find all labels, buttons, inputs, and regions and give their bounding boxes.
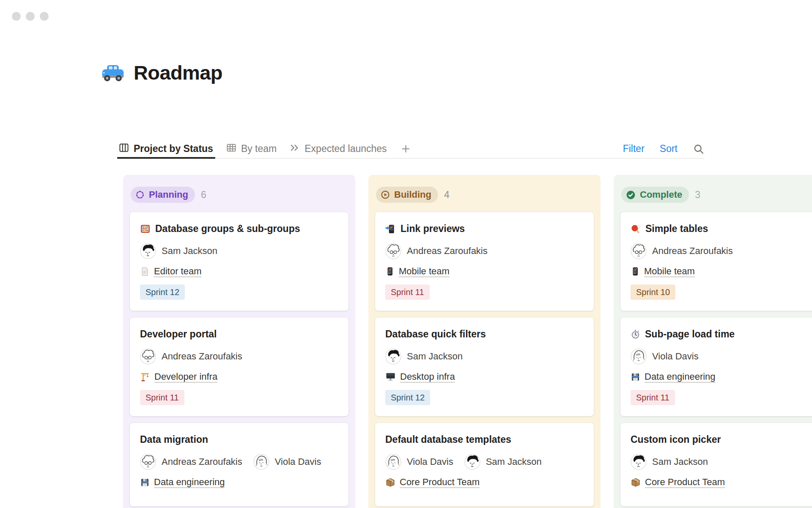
column-header: Building4 [375,187,594,203]
avatar [631,348,647,364]
person-name: Andreas Zaroufakis [162,456,242,467]
column-count: 3 [695,189,700,201]
column-header: Complete3 [620,187,812,203]
abacus-icon [140,224,151,234]
card-people: Viola Davis [631,348,812,364]
team-link[interactable]: Data engineering [645,371,716,382]
board-icon [118,142,129,156]
card-team: Editor team [140,266,338,277]
person-chip[interactable]: Sam Jackson [631,454,708,470]
view-tab-label: Expected launches [304,143,387,155]
board-card[interactable]: Data migrationAndreas ZaroufakisViola Da… [130,423,348,506]
board-card[interactable]: Sub-page load timeViola DavisData engine… [620,318,812,416]
status-label: Building [394,189,431,200]
sprint-tag[interactable]: Sprint 11 [385,284,430,300]
column-count: 6 [201,189,206,201]
card-title-text: Default database templates [385,434,511,445]
sprint-tag[interactable]: Sprint 12 [140,284,185,300]
person-chip[interactable]: Andreas Zaroufakis [631,243,733,259]
card-title: Custom icon picker [631,434,812,445]
avatar [385,454,401,470]
phone-icon [385,267,395,276]
team-link[interactable]: Core Product Team [645,477,725,488]
avatar [631,243,647,259]
window-control-dot[interactable] [40,12,49,21]
avatar [631,454,647,470]
filter-button[interactable]: Filter [623,143,645,155]
team-link[interactable]: Mobile team [399,266,450,277]
person-chip[interactable]: Sam Jackson [140,243,217,259]
person-name: Sam Jackson [407,351,463,362]
card-team: Data engineering [631,371,812,382]
card-title-text: Database quick filters [385,329,486,340]
board-card[interactable]: Custom icon pickerSam JacksonCore Produc… [620,423,812,506]
board-card[interactable]: Link previewsAndreas ZaroufakisMobile te… [375,212,594,311]
person-name: Viola Davis [407,456,453,467]
board-card[interactable]: Simple tablesAndreas ZaroufakisMobile te… [620,212,812,311]
person-name: Andreas Zaroufakis [162,351,242,362]
column-header: Planning6 [130,187,348,203]
sort-button[interactable]: Sort [660,143,678,155]
card-title-text: Developer portal [140,329,217,340]
board-card[interactable]: Default database templatesViola DavisSam… [375,423,594,506]
team-link[interactable]: Editor team [154,266,202,277]
stopwatch-icon [631,329,640,339]
team-link[interactable]: Mobile team [644,266,695,277]
search-icon[interactable] [693,143,705,155]
phone-arrow-icon [385,224,396,234]
card-title: Database quick filters [385,329,584,340]
board-card[interactable]: Database quick filtersSam JacksonDesktop… [375,318,594,416]
person-name: Andreas Zaroufakis [652,246,733,257]
board-card[interactable]: Database groups & sub-groupsSam JacksonE… [130,212,348,311]
card-people: Andreas Zaroufakis [631,243,812,259]
person-chip[interactable]: Sam Jackson [385,348,463,364]
person-chip[interactable]: Sam Jackson [464,454,542,470]
person-chip[interactable]: Viola Davis [253,454,321,470]
board-card[interactable]: Developer portalAndreas ZaroufakisDevelo… [130,318,348,416]
page-header: Roadmap [101,61,222,84]
person-name: Sam Jackson [162,246,217,257]
card-title-text: Data migration [140,434,208,445]
window-control-dot[interactable] [26,12,35,21]
phone-icon [631,267,640,276]
window-controls[interactable] [12,12,49,21]
status-badge-planning[interactable]: Planning [131,187,195,203]
sprint-tag[interactable]: Sprint 11 [140,390,184,405]
person-chip[interactable]: Andreas Zaroufakis [385,243,488,259]
person-chip[interactable]: Viola Davis [631,348,699,364]
table-icon [226,142,237,156]
team-link[interactable]: Core Product Team [400,477,480,488]
board-column-planning: Planning6Database groups & sub-groupsSam… [123,175,355,508]
person-chip[interactable]: Andreas Zaroufakis [140,348,242,364]
view-tabs: Project by StatusBy teamExpected launche… [118,140,411,158]
card-team: Developer infra [140,371,338,382]
app-window: Roadmap Project by StatusBy teamExpected… [0,0,812,508]
view-tab-project-by-status[interactable]: Project by Status [118,140,213,158]
package-icon [631,477,641,487]
window-control-dot[interactable] [12,12,21,21]
card-people: Andreas Zaroufakis [385,243,584,259]
view-tab-expected-launches[interactable]: Expected launches [289,140,387,158]
team-link[interactable]: Developer infra [154,371,217,382]
person-chip[interactable]: Andreas Zaroufakis [140,454,242,470]
add-view-button[interactable] [401,144,411,154]
view-tab-by-team[interactable]: By team [226,140,277,158]
card-title: Data migration [140,434,338,445]
status-badge-complete[interactable]: Complete [621,187,689,203]
team-link[interactable]: Desktop infra [400,371,455,382]
person-name: Andreas Zaroufakis [407,246,488,257]
status-badge-building[interactable]: Building [376,187,438,203]
view-tab-label: By team [241,143,277,155]
sprint-tag[interactable]: Sprint 11 [631,390,675,405]
sprint-tag[interactable]: Sprint 10 [631,284,675,300]
sprint-tag[interactable]: Sprint 12 [385,390,430,405]
status-label: Planning [149,189,188,200]
card-title-text: Sub-page load time [645,329,735,340]
page-icon [140,267,150,276]
card-title-text: Simple tables [645,223,708,235]
team-link[interactable]: Data engineering [154,477,225,488]
person-chip[interactable]: Viola Davis [385,454,453,470]
car-icon[interactable] [101,63,125,83]
play-circle-icon [380,190,390,200]
check-circle-icon [625,190,636,200]
